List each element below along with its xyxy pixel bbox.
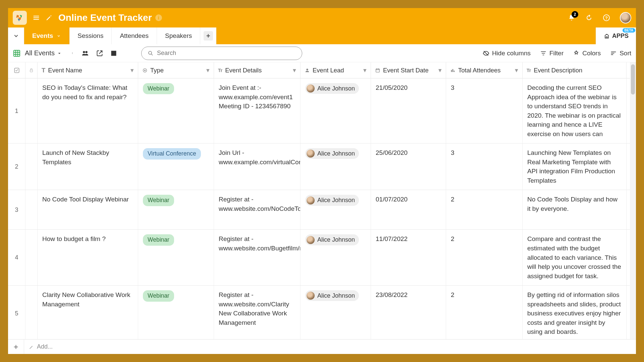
header-details[interactable]: Tr Event Details ▾ bbox=[214, 62, 301, 78]
header-lead[interactable]: Event Lead ▾ bbox=[301, 62, 371, 78]
sort-button[interactable]: Sort bbox=[610, 50, 631, 57]
collaborators-icon[interactable] bbox=[82, 50, 89, 57]
cell-lead[interactable]: Alice Johnson bbox=[301, 286, 371, 339]
cell-lead[interactable]: Alice Johnson bbox=[301, 190, 371, 229]
header-description[interactable]: Tr Event Description bbox=[523, 62, 627, 78]
view-selector[interactable]: All Events bbox=[25, 49, 62, 57]
colors-button[interactable]: Colors bbox=[573, 50, 601, 57]
cell-lead[interactable]: Alice Johnson bbox=[301, 143, 371, 190]
hide-columns-button[interactable]: Hide columns bbox=[483, 50, 531, 57]
vertical-scrollbar[interactable] bbox=[630, 62, 636, 339]
type-pill: Webinar bbox=[143, 290, 174, 301]
cell-description[interactable]: Launching New Templates on Real Marketin… bbox=[523, 143, 627, 190]
cell-details[interactable]: Join Url - www.example.com/virtualConfer… bbox=[214, 143, 301, 190]
help-icon[interactable]: ? bbox=[602, 14, 610, 22]
cell-type[interactable]: Virtual Conference bbox=[138, 143, 214, 190]
scrollbar-thumb[interactable] bbox=[631, 64, 635, 95]
table-row[interactable]: 3 No Code Tool Display Webinar Webinar R… bbox=[8, 190, 630, 230]
cell-type[interactable]: Webinar bbox=[138, 190, 214, 229]
svg-rect-2 bbox=[14, 50, 20, 56]
search-input[interactable] bbox=[157, 50, 296, 57]
header-attendees[interactable]: Total Attendees ▾ bbox=[446, 62, 523, 78]
cell-event-name[interactable]: SEO in Today's Climate: What do you need… bbox=[38, 78, 138, 143]
tab-speakers[interactable]: Speakers bbox=[157, 27, 200, 44]
cell-date[interactable]: 21/05/2020 bbox=[371, 78, 446, 143]
cell-description[interactable]: Compare and contrast the estimated with … bbox=[523, 230, 627, 285]
add-row-plus-button[interactable]: + bbox=[8, 340, 24, 354]
chevron-down-icon[interactable]: ▾ bbox=[293, 67, 296, 74]
row-number: 4 bbox=[8, 230, 25, 285]
cell-event-name[interactable]: How to budget a film ? bbox=[38, 230, 138, 285]
data-grid[interactable]: T Event Name ▾ Type ▾ Tr Event Details ▾… bbox=[8, 62, 630, 339]
cell-details[interactable]: Join Event at :- www.example.com/event1 … bbox=[214, 78, 301, 143]
cell-event-name[interactable]: Clarity New Collaborative Work Managemen… bbox=[38, 286, 138, 339]
svg-rect-16 bbox=[451, 70, 452, 72]
cell-date[interactable]: 23/08/2022 bbox=[371, 286, 446, 339]
table-row[interactable]: 4 How to budget a film ? Webinar Registe… bbox=[8, 230, 630, 286]
chevron-down-icon[interactable]: ▾ bbox=[363, 67, 367, 74]
hamburger-menu-icon[interactable] bbox=[33, 14, 40, 21]
expand-tabs-button[interactable] bbox=[8, 27, 24, 44]
app-logo[interactable] bbox=[13, 11, 27, 25]
add-tab-button[interactable]: + bbox=[200, 27, 216, 44]
cell-description[interactable]: No Code Tools Display and how it by ever… bbox=[523, 190, 627, 229]
filter-button[interactable]: Filter bbox=[540, 50, 564, 57]
add-row-button[interactable]: Add... bbox=[24, 343, 57, 350]
cell-lead[interactable]: Alice Johnson bbox=[301, 78, 371, 143]
chevron-down-icon[interactable]: ▾ bbox=[438, 67, 442, 74]
table-row[interactable]: 5 Clarity New Collaborative Work Managem… bbox=[8, 286, 630, 339]
cell-type[interactable]: Webinar bbox=[138, 286, 214, 339]
tab-events[interactable]: Events bbox=[24, 27, 69, 44]
row-lock-spacer bbox=[25, 190, 38, 229]
header-event-name[interactable]: T Event Name ▾ bbox=[38, 62, 138, 78]
cell-description[interactable]: Decoding the current SEO Approach idea o… bbox=[523, 78, 627, 143]
type-pill: Webinar bbox=[143, 195, 174, 206]
cell-details[interactable]: Register at - www.website.com/Clarity Ne… bbox=[214, 286, 301, 339]
cell-type[interactable]: Webinar bbox=[138, 78, 214, 143]
chevron-down-icon[interactable]: ▾ bbox=[206, 67, 210, 74]
cell-date[interactable]: 01/07/2020 bbox=[371, 190, 446, 229]
notifications-button[interactable]: 2 bbox=[568, 14, 576, 22]
svg-point-13 bbox=[144, 70, 146, 71]
color-block-icon[interactable] bbox=[110, 50, 117, 57]
pencil-icon bbox=[29, 344, 34, 350]
header-date[interactable]: Event Start Date ▾ bbox=[371, 62, 446, 78]
info-icon[interactable]: i bbox=[155, 14, 162, 21]
svg-rect-17 bbox=[452, 69, 453, 72]
cell-attendees[interactable]: 2 bbox=[446, 190, 523, 229]
apps-button[interactable]: APPS BETA bbox=[596, 27, 636, 44]
table-row[interactable]: 1 SEO in Today's Climate: What do you ne… bbox=[8, 78, 630, 143]
edit-icon[interactable] bbox=[46, 14, 52, 21]
header-checkbox[interactable] bbox=[8, 62, 25, 78]
cell-date[interactable]: 11/07/2022 bbox=[371, 230, 446, 285]
cell-attendees[interactable]: 3 bbox=[446, 143, 523, 190]
view-toolbar: All Events Hide columns Filter Colo bbox=[8, 44, 636, 62]
cell-date[interactable]: 25/06/2020 bbox=[371, 143, 446, 190]
cell-description[interactable]: By getting rid of information silos spre… bbox=[523, 286, 627, 339]
tab-sessions[interactable]: Sessions bbox=[69, 27, 112, 44]
svg-rect-11 bbox=[30, 70, 33, 72]
chevron-down-icon[interactable]: ▾ bbox=[130, 67, 134, 74]
cell-attendees[interactable]: 2 bbox=[446, 286, 523, 339]
share-icon[interactable] bbox=[96, 50, 103, 57]
table-row[interactable]: 2 Launch of New Stackby Templates Virtua… bbox=[8, 143, 630, 190]
search-field[interactable] bbox=[141, 47, 302, 60]
cell-attendees[interactable]: 2 bbox=[446, 230, 523, 285]
cell-details[interactable]: Register at - www.website.com/Bugetfilm/… bbox=[214, 230, 301, 285]
cell-event-name[interactable]: Launch of New Stackby Templates bbox=[38, 143, 138, 190]
cell-details[interactable]: Register at - www.website.com/NoCodeTool… bbox=[214, 190, 301, 229]
lead-chip: Alice Johnson bbox=[305, 234, 359, 245]
chevron-down-icon[interactable]: ▾ bbox=[515, 67, 518, 74]
cell-attendees[interactable]: 3 bbox=[446, 78, 523, 143]
cell-event-name[interactable]: No Code Tool Display Webinar bbox=[38, 190, 138, 229]
user-avatar[interactable] bbox=[620, 12, 631, 23]
more-options-icon[interactable] bbox=[72, 50, 74, 57]
tab-attendees[interactable]: Attendees bbox=[112, 27, 157, 44]
cell-type[interactable]: Webinar bbox=[138, 230, 214, 285]
tab-label: Events bbox=[32, 32, 53, 40]
tab-label: Speakers bbox=[165, 32, 192, 40]
cell-lead[interactable]: Alice Johnson bbox=[301, 230, 371, 285]
history-icon[interactable] bbox=[585, 14, 593, 22]
row-number: 1 bbox=[8, 78, 25, 143]
header-type[interactable]: Type ▾ bbox=[138, 62, 214, 78]
